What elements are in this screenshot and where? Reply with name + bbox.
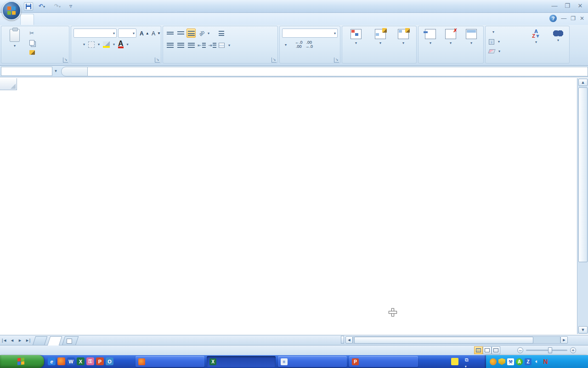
tab-split-handle[interactable] <box>341 336 344 344</box>
autosum-button[interactable]: ▾ <box>487 27 502 37</box>
start-button[interactable] <box>0 355 44 368</box>
clear-button[interactable]: ▾ <box>487 46 502 56</box>
next-sheet-icon[interactable]: ► <box>17 337 23 344</box>
tools-icon[interactable]: ⚒ <box>507 358 514 365</box>
align-bottom-icon[interactable] <box>187 29 196 38</box>
help-icon[interactable]: ? <box>549 15 557 22</box>
decrease-decimal-icon[interactable]: .00→.0 <box>305 40 313 49</box>
align-middle-icon[interactable] <box>176 29 185 38</box>
excel-icon[interactable]: X <box>77 357 85 365</box>
align-center-icon[interactable] <box>176 40 185 50</box>
scroll-up-icon[interactable]: ▲ <box>578 79 588 86</box>
underline-caret[interactable]: ▾ <box>83 42 85 46</box>
horizontal-scrollbar[interactable]: ◄ ► <box>345 336 568 344</box>
insert-cells-button[interactable]: ▾ <box>420 28 441 58</box>
fill-color-icon[interactable] <box>103 41 110 48</box>
increase-indent-icon[interactable]: ⇥ <box>208 40 217 50</box>
page-layout-view-button[interactable] <box>483 346 492 354</box>
tab-view[interactable] <box>206 14 219 25</box>
font-color-icon[interactable]: A <box>118 40 124 48</box>
scroll-down-icon[interactable]: ▼ <box>578 326 588 334</box>
redo-icon[interactable]: ↷▾ <box>51 2 64 11</box>
fill-color-caret[interactable]: ▾ <box>113 42 115 46</box>
insert-worksheet-tab[interactable] <box>62 336 79 345</box>
conditional-formatting-button[interactable]: ▾ <box>343 28 369 58</box>
page-break-view-button[interactable] <box>492 346 500 354</box>
workbook-restore-button[interactable]: ❐ <box>571 15 576 22</box>
fill-button[interactable]: ↓ ▾ <box>487 37 502 46</box>
accounting-format-caret[interactable]: ▾ <box>285 43 287 47</box>
firefox-icon[interactable] <box>57 357 65 365</box>
clipboard-dialog-launcher[interactable]: ↘ <box>63 58 68 63</box>
taskbar-item-document[interactable]: ≡ <box>278 356 347 367</box>
merge-center-button[interactable]: ▾ <box>217 40 232 50</box>
office-button[interactable] <box>2 1 21 20</box>
zoom-in-icon[interactable]: + <box>570 347 576 353</box>
shield-icon[interactable] <box>498 358 505 365</box>
help-badge-icon[interactable] <box>451 358 458 365</box>
align-top-icon[interactable] <box>165 29 175 38</box>
keys-icon[interactable]: ⚿ <box>86 357 94 365</box>
zoom-thumb[interactable] <box>548 347 552 353</box>
grow-font-button[interactable]: A▲ <box>138 29 151 38</box>
tab-review[interactable] <box>176 14 189 25</box>
taskbar-item-powerpoint[interactable]: P <box>349 356 418 367</box>
tab-data[interactable] <box>152 14 164 25</box>
copy-button[interactable] <box>28 38 38 47</box>
select-all-corner[interactable] <box>0 78 17 90</box>
workbook-close-button[interactable]: ✕ <box>580 15 584 22</box>
vertical-scroll-thumb[interactable] <box>578 87 588 262</box>
name-box[interactable] <box>1 67 52 76</box>
scroll-left-icon[interactable]: ◄ <box>345 336 353 344</box>
internet-explorer-icon[interactable]: e <box>48 357 56 365</box>
tab-home[interactable] <box>20 14 34 25</box>
font-family-select[interactable]: ▾ <box>74 29 117 38</box>
last-sheet-icon[interactable]: ►| <box>24 337 31 344</box>
paste-button[interactable]: ▾ <box>3 28 26 58</box>
restore-button[interactable]: ❐ <box>563 3 571 9</box>
number-format-select[interactable]: ▾ <box>282 29 338 38</box>
customize-qat-icon[interactable]: ▿ <box>66 2 75 11</box>
format-painter-button[interactable] <box>28 47 38 57</box>
powerpoint-icon[interactable]: P <box>96 357 104 365</box>
normal-view-button[interactable] <box>474 346 483 354</box>
tab-formulas[interactable] <box>118 14 130 25</box>
shrink-font-button[interactable]: A▼ <box>150 29 162 38</box>
first-sheet-icon[interactable]: |◄ <box>1 337 8 344</box>
cut-button[interactable]: ✂ <box>28 28 38 38</box>
tab-page-layout[interactable] <box>74 14 87 25</box>
z-icon[interactable]: Z <box>525 358 531 365</box>
format-as-table-button[interactable]: ▾ <box>369 28 392 58</box>
find-select-button[interactable]: ▾ <box>547 28 569 58</box>
workbook-minimize-button[interactable]: — <box>561 15 566 22</box>
outlook-icon[interactable]: O <box>106 357 113 365</box>
restore-windows-icon[interactable]: ⧉▾ <box>465 357 469 368</box>
name-box-caret-icon[interactable]: ▼ <box>52 67 59 76</box>
format-cells-button[interactable]: ▾ <box>461 28 482 58</box>
orientation-icon[interactable]: ab <box>195 27 208 40</box>
wrap-text-button[interactable] <box>217 29 227 38</box>
minimize-button[interactable]: — <box>550 3 559 9</box>
word-icon[interactable]: W <box>67 357 75 365</box>
antivirus-icon[interactable]: A <box>516 358 523 365</box>
increase-decimal-icon[interactable]: ←.0.00 <box>295 40 303 49</box>
font-color-caret[interactable]: ▾ <box>127 42 129 46</box>
taskbar-item-firefox[interactable] <box>136 356 204 367</box>
number-dialog-launcher[interactable]: ↘ <box>334 58 339 63</box>
sheet-tab-flex-budget-key[interactable] <box>33 336 47 345</box>
n-icon[interactable]: N <box>542 358 549 365</box>
alignment-dialog-launcher[interactable]: ↘ <box>271 58 277 63</box>
font-size-select[interactable]: ▾ <box>118 29 136 38</box>
align-left-icon[interactable] <box>165 40 175 50</box>
prev-sheet-icon[interactable]: ◄ <box>9 337 16 344</box>
delete-cells-button[interactable]: ✗ ▾ <box>441 28 461 58</box>
zoom-track[interactable] <box>526 350 567 351</box>
decrease-indent-icon[interactable]: ⇤ <box>197 40 206 50</box>
volume-icon[interactable]: 🔈︎ <box>533 358 540 365</box>
horizontal-scroll-thumb[interactable] <box>354 337 533 344</box>
borders-caret[interactable]: ▾ <box>98 42 100 46</box>
align-right-icon[interactable] <box>187 40 196 50</box>
font-dialog-launcher[interactable]: ↘ <box>155 58 160 63</box>
messenger-icon[interactable] <box>490 358 497 365</box>
zoom-out-icon[interactable]: – <box>517 347 523 353</box>
